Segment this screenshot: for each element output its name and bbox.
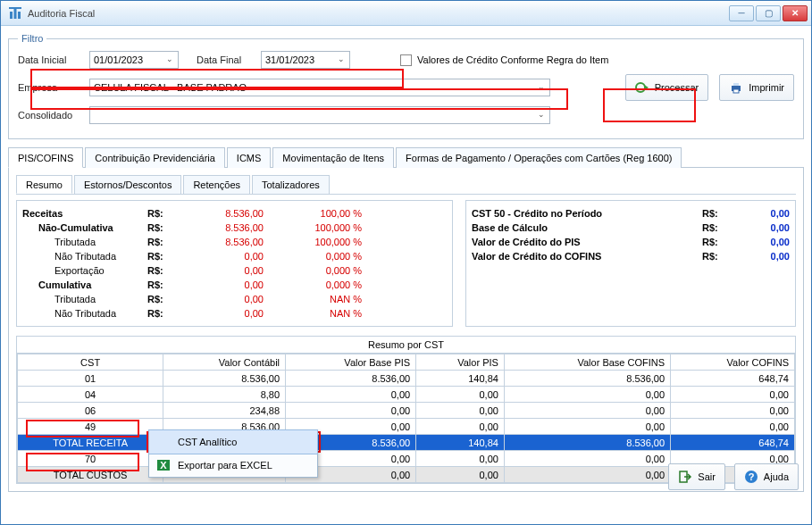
ajuda-label: Ajuda: [764, 471, 789, 482]
table-cell: 06: [18, 403, 163, 419]
credit-value: 0,00: [736, 221, 790, 235]
rev-pct: 100,00 %: [264, 206, 362, 221]
empresa-combo[interactable]: [89, 79, 550, 96]
column-header[interactable]: Valor Contábil: [163, 354, 286, 371]
empresa-label: Empresa: [18, 82, 84, 93]
excel-icon: X: [156, 458, 171, 472]
table-cell: 0,00: [416, 387, 505, 403]
tab-contribuicao[interactable]: Contribuição Previdenciária: [85, 147, 225, 168]
table-cell: 0,00: [286, 387, 416, 403]
table-cell: 0,00: [416, 451, 505, 467]
rev-currency: R$:: [147, 235, 183, 249]
data-inicial-input[interactable]: [89, 51, 179, 69]
chevron-down-icon[interactable]: ⌄: [166, 54, 173, 63]
ctx-cst-analitico[interactable]: CST Analítico: [148, 429, 318, 454]
table-cell: 0,00: [504, 467, 670, 483]
subtab-totalizadores[interactable]: Totalizadores: [252, 175, 330, 194]
subtab-resumo[interactable]: Resumo: [16, 175, 72, 194]
rev-pct: 100,000 %: [264, 235, 362, 249]
tab-icms[interactable]: ICMS: [227, 147, 272, 168]
rev-name: Receitas: [22, 206, 147, 221]
table-cell: 648,74: [671, 435, 795, 451]
blank-icon: [156, 435, 171, 449]
column-header[interactable]: Valor Base PIS: [286, 354, 416, 371]
rev-value: 8.536,00: [183, 221, 264, 235]
column-header[interactable]: Valor COFINS: [671, 354, 795, 371]
column-header[interactable]: Valor PIS: [416, 354, 505, 371]
table-cell: 49: [18, 419, 163, 435]
svg-rect-2: [18, 12, 21, 19]
svg-rect-8: [733, 89, 739, 93]
table-cell: 0,00: [504, 419, 670, 435]
svg-text:X: X: [160, 460, 167, 471]
subtab-estornos[interactable]: Estornos/Descontos: [74, 175, 181, 194]
table-row[interactable]: 018.536,008.536,00140,848.536,00648,74: [18, 371, 795, 387]
rev-value: 0,00: [183, 263, 264, 278]
imprimir-button[interactable]: Imprimir: [719, 74, 794, 101]
close-button[interactable]: ✕: [783, 5, 808, 21]
tab-formas-pagamento[interactable]: Formas de Pagamento / Operações com Cart…: [396, 147, 682, 168]
chevron-down-icon[interactable]: ⌄: [538, 82, 545, 91]
rev-pct: 100,000 %: [264, 221, 362, 235]
rev-name: Tributada: [22, 235, 147, 249]
credit-currency: R$:: [702, 235, 736, 249]
table-cell: 0,00: [671, 419, 795, 435]
consolidado-combo[interactable]: [89, 106, 550, 124]
rev-currency: R$:: [147, 249, 183, 263]
chevron-down-icon[interactable]: ⌄: [338, 54, 345, 63]
credit-currency: R$:: [702, 206, 736, 221]
rev-currency: R$:: [147, 206, 183, 221]
table-cell: 0,00: [671, 403, 795, 419]
column-header[interactable]: CST: [18, 354, 163, 371]
table-cell: 70: [18, 451, 163, 467]
rev-currency: R$:: [147, 306, 183, 321]
table-cell: 8,80: [163, 387, 286, 403]
table-row[interactable]: TOTAL RECEITA8.536,00140,848.536,00648,7…: [18, 435, 795, 451]
rev-currency: R$:: [147, 292, 183, 306]
rev-pct: NAN %: [264, 292, 362, 306]
ctx-exportar-excel[interactable]: X Exportar para EXCEL: [149, 454, 317, 477]
svg-rect-1: [14, 9, 17, 19]
exit-icon: [678, 470, 692, 484]
rev-name: Não Tributada: [22, 306, 147, 321]
table-cell: 04: [18, 387, 163, 403]
rev-currency: R$:: [147, 221, 183, 235]
tab-pis-cofins[interactable]: PIS/COFINS: [8, 147, 83, 168]
ctx-label: Exportar para EXCEL: [178, 460, 272, 471]
sub-tabbar: Resumo Estornos/Descontos Retenções Tota…: [16, 175, 796, 195]
ctx-label: CST Analítico: [178, 437, 237, 447]
credit-box: CST 50 - Crédito no PeríodoR$:0,00Base d…: [465, 200, 796, 327]
sair-button[interactable]: Sair: [668, 463, 725, 490]
minimize-button[interactable]: ─: [729, 5, 754, 21]
table-cell: 0,00: [286, 403, 416, 419]
table-cell: 140,84: [416, 435, 505, 451]
processar-button[interactable]: Processar: [625, 74, 709, 101]
table-row[interactable]: 06234,880,000,000,000,00: [18, 403, 795, 419]
rev-name: Exportação: [22, 263, 147, 278]
table-cell: 0,00: [504, 403, 670, 419]
svg-marker-5: [644, 85, 649, 90]
maximize-button[interactable]: ▢: [756, 5, 781, 21]
table-cell: 0,00: [671, 387, 795, 403]
data-final-input[interactable]: [261, 51, 350, 69]
subtab-retencoes[interactable]: Retenções: [183, 175, 250, 194]
rev-value: 0,00: [183, 249, 264, 263]
consolidado-label: Consolidado: [18, 110, 84, 121]
titlebar: Auditoria Fiscal ─ ▢ ✕: [1, 1, 811, 26]
revenue-box: ReceitasR$:8.536,00100,00 %Não-Cumulativ…: [16, 200, 453, 327]
credito-checkbox-label: Valores de Crédito Conforme Regra do Ite…: [417, 54, 608, 65]
rev-pct: 0,000 %: [264, 278, 362, 292]
rev-name: Não-Cumulativa: [22, 221, 147, 235]
imprimir-label: Imprimir: [749, 82, 784, 93]
rev-pct: 0,000 %: [264, 249, 362, 263]
table-cell: 01: [18, 371, 163, 387]
tab-movimentacao[interactable]: Movimentação de Itens: [272, 147, 394, 168]
table-row[interactable]: 048,800,000,000,000,00: [18, 387, 795, 403]
credito-checkbox[interactable]: [400, 54, 412, 66]
filter-legend: Filtro: [18, 33, 46, 44]
chevron-down-icon[interactable]: ⌄: [538, 110, 545, 119]
rev-name: Cumulativa: [22, 278, 147, 292]
table-row[interactable]: 498.536,000,000,000,000,00: [18, 419, 795, 435]
ajuda-button[interactable]: ? Ajuda: [734, 463, 799, 490]
column-header[interactable]: Valor Base COFINS: [504, 354, 670, 371]
